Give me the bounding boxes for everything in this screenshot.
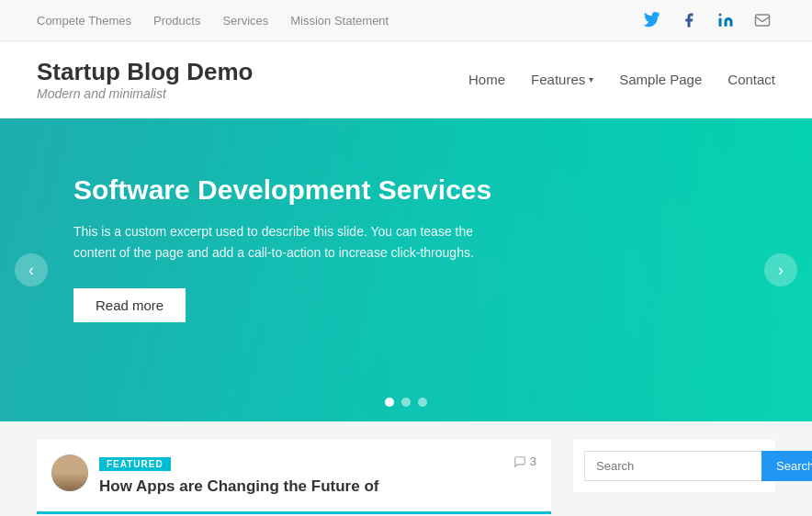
search-input[interactable] <box>584 451 761 481</box>
comment-count: 3 <box>513 454 536 468</box>
nav-features[interactable]: Features ▾ <box>531 72 593 87</box>
slider-prev-button[interactable]: ‹ <box>15 253 48 286</box>
topnav-item-products[interactable]: Products <box>153 14 200 28</box>
topnav-item-mission-statement[interactable]: Mission Statement <box>290 14 389 28</box>
main-nav: Home Features ▾ Sample Page Contact <box>468 72 775 87</box>
topnav-item-services[interactable]: Services <box>222 14 268 28</box>
hero-content: Software Development Services This is a … <box>0 118 570 377</box>
top-bar: Compete Themes Products Services Mission… <box>0 0 812 41</box>
post-header: FEATURED How Apps are Changing the Futur… <box>37 440 551 514</box>
hero-title: Software Development Services <box>73 174 496 207</box>
post-meta: FEATURED How Apps are Changing the Futur… <box>99 454 502 497</box>
nav-home[interactable]: Home <box>468 72 505 87</box>
avatar <box>51 454 88 491</box>
nav-features-label: Features <box>531 72 585 87</box>
post-card: FEATURED How Apps are Changing the Futur… <box>37 440 551 514</box>
linkedin-icon[interactable] <box>713 7 739 33</box>
featured-badge: FEATURED <box>99 457 171 471</box>
comment-number: 3 <box>530 454 536 468</box>
svg-rect-1 <box>756 15 770 26</box>
arrow-right-icon: › <box>778 261 784 280</box>
site-title: Startup Blog Demo Modern and minimalist <box>37 58 253 101</box>
comment-icon <box>513 455 526 468</box>
post-title[interactable]: How Apps are Changing the Future of <box>99 477 502 497</box>
nav-contact[interactable]: Contact <box>727 72 775 87</box>
svg-point-0 <box>719 14 722 17</box>
topnav-item-compete-themes[interactable]: Compete Themes <box>37 14 131 28</box>
site-title-text: Startup Blog Demo <box>37 58 253 86</box>
slider-dot-1[interactable] <box>385 398 394 407</box>
chevron-down-icon: ▾ <box>589 74 593 84</box>
search-button[interactable]: Search <box>761 451 812 481</box>
main-content: FEATURED How Apps are Changing the Futur… <box>37 440 551 514</box>
facebook-icon[interactable] <box>676 7 702 33</box>
hero-slider: ‹ Software Development Services This is … <box>0 118 812 421</box>
content-area: FEATURED How Apps are Changing the Futur… <box>0 421 812 516</box>
hero-cta-button[interactable]: Read more <box>73 288 186 322</box>
slider-dot-2[interactable] <box>401 398 411 407</box>
twitter-icon[interactable] <box>639 7 665 33</box>
hero-description: This is a custom excerpt used to describ… <box>73 221 496 263</box>
nav-sample-page[interactable]: Sample Page <box>619 72 702 87</box>
top-nav: Compete Themes Products Services Mission… <box>37 14 389 28</box>
arrow-left-icon: ‹ <box>28 261 34 280</box>
slider-next-button[interactable]: › <box>764 253 797 286</box>
sidebar: Search <box>573 440 775 514</box>
email-icon[interactable] <box>750 7 775 33</box>
slider-dot-3[interactable] <box>418 398 427 407</box>
slider-dots <box>385 398 427 407</box>
search-box: Search <box>573 440 775 492</box>
avatar-image <box>51 454 88 491</box>
top-social <box>639 7 775 33</box>
site-header: Startup Blog Demo Modern and minimalist … <box>0 41 812 118</box>
site-tagline: Modern and minimalist <box>37 86 253 101</box>
